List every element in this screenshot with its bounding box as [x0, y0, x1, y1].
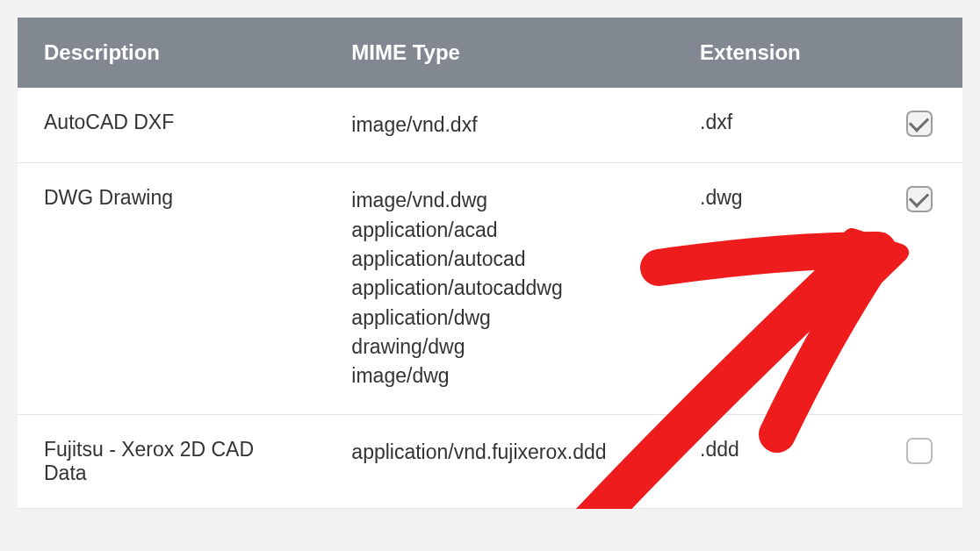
checkbox-ddd[interactable] [906, 438, 933, 464]
mime-entry: application/autocad [351, 245, 647, 274]
table-row: AutoCAD DXF image/vnd.dxf .dxf [18, 88, 962, 163]
header-mime: MIME Type [325, 18, 674, 88]
checkbox-dxf[interactable] [906, 111, 933, 137]
mime-entry: image/dwg [351, 361, 647, 390]
cell-extension: .dwg [674, 163, 880, 414]
mime-entry: application/vnd.fujixerox.ddd [351, 438, 647, 467]
cell-extension: .dxf [674, 88, 880, 163]
cell-mime: image/vnd.dxf [325, 88, 674, 163]
mime-entry: drawing/dwg [351, 333, 647, 361]
mime-entry: application/autocaddwg [351, 274, 647, 303]
header-checkbox [880, 18, 962, 88]
mime-entry: image/vnd.dxf [351, 111, 647, 140]
cell-checkbox [880, 88, 962, 163]
mime-entry: application/acad [351, 216, 647, 245]
header-extension: Extension [674, 18, 880, 88]
cell-mime: application/vnd.fujixerox.ddd [325, 414, 674, 508]
table-row: Fujitsu - Xerox 2D CAD Data application/… [18, 414, 962, 508]
cell-checkbox [880, 163, 962, 414]
file-types-table: Description MIME Type Extension AutoCAD … [18, 18, 962, 509]
header-description: Description [18, 18, 325, 88]
cell-description: Fujitsu - Xerox 2D CAD Data [18, 414, 325, 508]
checkbox-dwg[interactable] [906, 186, 933, 212]
table-row: DWG Drawing image/vnd.dwg application/ac… [18, 163, 962, 414]
mime-entry: application/dwg [351, 304, 647, 333]
cell-description: AutoCAD DXF [18, 88, 325, 163]
cell-checkbox [880, 414, 962, 508]
mime-entry: image/vnd.dwg [351, 186, 647, 215]
cell-extension: .ddd [674, 414, 880, 508]
table-header: Description MIME Type Extension [18, 18, 962, 88]
cell-description: DWG Drawing [18, 163, 325, 414]
cell-mime: image/vnd.dwg application/acad applicati… [325, 163, 674, 414]
